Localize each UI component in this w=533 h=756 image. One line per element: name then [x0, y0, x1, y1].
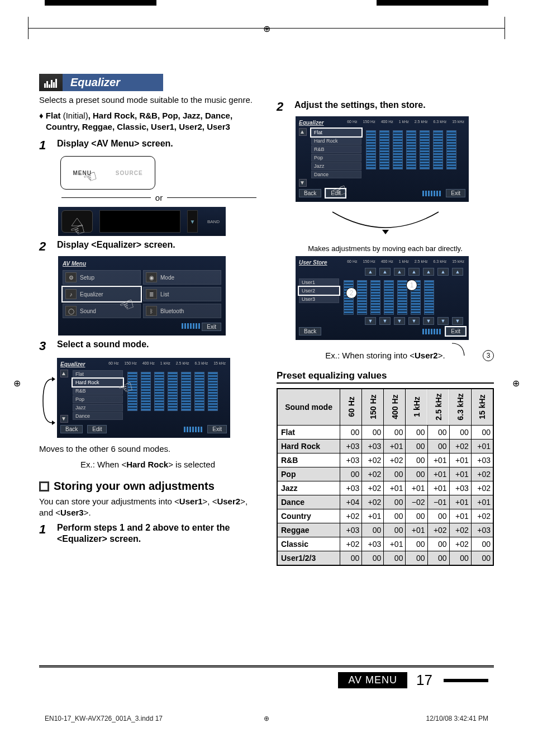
back-button: Back: [299, 189, 321, 197]
cell: +01: [427, 467, 449, 481]
col-1khz: 1 kHz: [406, 389, 427, 426]
makes-adjust-note: Makes adjustments by moving each bar dir…: [277, 244, 494, 253]
menu-setup: ⚙Setup: [63, 270, 141, 285]
cell: 00: [427, 425, 449, 439]
storing-para: You can store your adjustments into <Use…: [39, 496, 256, 518]
intro-text: Selects a preset sound mode suitable to …: [39, 94, 256, 106]
table-row: Classic+02+03+010000+0200: [277, 537, 493, 551]
cell: +01: [449, 467, 471, 481]
cell: +01: [427, 481, 449, 495]
cell: 00: [384, 509, 406, 523]
list-item: Pop: [73, 395, 123, 403]
table-heading: Preset equalizing values: [277, 370, 494, 384]
cell: +02: [340, 509, 362, 523]
row-name: Reggae: [277, 523, 340, 537]
registration-mark: ⊕: [263, 23, 270, 34]
row-name: Pop: [277, 467, 340, 481]
svg-rect-5: [55, 79, 57, 88]
list-item: Hard Rock: [311, 137, 361, 145]
step-number: 1: [39, 522, 51, 537]
svg-rect-1: [46, 81, 48, 88]
step-text: Select a sound mode.: [57, 339, 256, 350]
cell: +03: [340, 453, 362, 467]
equalizer-screenshot: Equalizer 60 Hz150 Hz400 Hz1 kHz2.5 kHz6…: [57, 358, 230, 438]
volume-icon: [422, 191, 441, 196]
back-button: Back: [299, 327, 321, 336]
cell: 00: [406, 467, 427, 481]
table-row: Country+02+01000000+01+02: [277, 509, 493, 523]
bracket-icon: [41, 376, 55, 426]
cell: +02: [427, 523, 449, 537]
col-2-5khz: 2.5 kHz: [427, 389, 449, 426]
list-item: Dance: [311, 171, 361, 178]
menu-label: Equalizer: [80, 291, 103, 297]
cell: 00: [384, 551, 406, 565]
list-item: R&B: [311, 145, 361, 153]
storing-heading: Storing your own adjustments: [54, 480, 215, 493]
menu-equalizer: ♪Equalizer: [63, 287, 141, 301]
scroll-arrows: ▲: [299, 128, 307, 179]
equalizer-icon: [39, 74, 63, 91]
preset-list-line: Flat (Initial), Hard Rock, R&B, Pop, Jaz…: [46, 110, 256, 133]
step-number: 2: [39, 239, 51, 254]
cell: −02: [406, 495, 427, 509]
volume-icon: [184, 427, 203, 432]
svg-rect-2: [49, 84, 50, 88]
cell: +01: [406, 523, 427, 537]
list-item: Flat: [311, 129, 361, 136]
or-text: or: [155, 193, 163, 202]
step-number: 2: [277, 100, 289, 114]
cell: 00: [384, 495, 406, 509]
down-arrow: ▼: [365, 317, 376, 325]
touchscreen-illustration: ▼ BAND ☜: [58, 207, 226, 236]
scroll-arrows: ▲: [60, 370, 68, 420]
section-header: Equalizer: [39, 74, 256, 91]
callout-3: 3: [483, 350, 494, 361]
menu-label: Sound: [80, 308, 96, 314]
cell: +02: [362, 467, 384, 481]
cell: +01: [384, 537, 406, 551]
imprint-file: EN10-17_KW-AVX726_001A_3.indd 17: [45, 715, 163, 722]
freq-header: 60 Hz150 Hz400 Hz1 kHz2.5 kHz6.3 kHz15 k…: [108, 361, 226, 365]
cell: +01: [449, 495, 471, 509]
sound-icon: ◯: [65, 306, 77, 316]
subsection-heading: Storing your own adjustments: [39, 480, 256, 493]
up-arrow: ▲: [365, 268, 376, 276]
band-label: BAND: [201, 219, 226, 224]
svg-rect-4: [53, 82, 55, 88]
registration-mark: ⊕: [13, 378, 21, 389]
hand-icon: ☜: [80, 166, 100, 188]
crop-tick: [505, 17, 505, 39]
table-row: Jazz+03+02+01+01+01+03+02: [277, 481, 493, 495]
cell: +02: [471, 467, 493, 481]
col-6-3khz: 6.3 kHz: [449, 389, 471, 426]
col-150hz: 150 Hz: [362, 389, 384, 426]
cell: +03: [340, 523, 362, 537]
cell: 00: [406, 551, 427, 565]
svg-rect-0: [44, 83, 46, 88]
cell: +04: [340, 495, 362, 509]
cell: +02: [362, 495, 384, 509]
table-row: Reggae+030000+01+02+02+03: [277, 523, 493, 537]
edit-button: Edit: [326, 189, 345, 197]
cell: +02: [471, 481, 493, 495]
footer-rule: [39, 665, 494, 668]
table-row: Hard Rock+03+03+010000+02+01: [277, 439, 493, 453]
storing-step-2: 2 Adjust the settings, then store.: [277, 100, 494, 114]
menu-label: Setup: [80, 275, 94, 281]
home-icon: [61, 210, 93, 233]
callout-2: 2: [346, 287, 357, 299]
cell: 00: [449, 551, 471, 565]
step-text: Display <Equalizer> screen.: [57, 239, 256, 251]
step-text: Perform steps 1 and 2 above to enter the…: [57, 522, 256, 545]
equalizer-icon: ♪: [65, 289, 77, 299]
or-separator: or: [61, 193, 256, 202]
cell: 00: [362, 523, 384, 537]
cell: 00: [384, 523, 406, 537]
imprint-timestamp: 12/10/08 3:42:41 PM: [426, 715, 488, 722]
footer-section: AV MENU: [338, 672, 407, 688]
row-name: Jazz: [277, 481, 340, 495]
list-item: Jazz: [73, 404, 123, 412]
cell: +01: [471, 439, 493, 453]
list-item: Hard Rock: [73, 379, 123, 386]
